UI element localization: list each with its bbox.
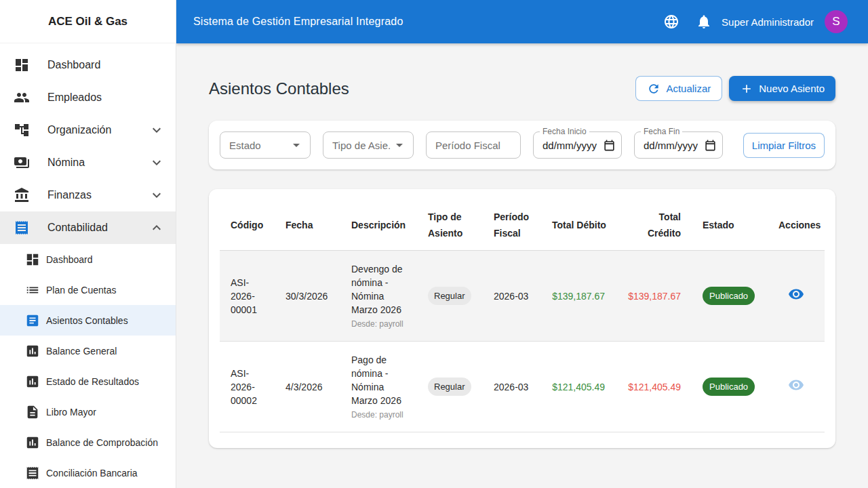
periodo-fiscal-input[interactable]: Período Fiscal [426,131,521,159]
dropdown-arrow-icon [288,137,304,153]
clear-filters-label: Limpiar Filtros [752,140,816,151]
view-entry-button[interactable] [788,286,804,302]
eye-icon [788,377,804,393]
sidebar-subitem-estado-de-resultados[interactable]: Estado de Resultados [0,366,176,396]
user-name: Super Administrador [722,16,814,28]
refresh-button[interactable]: Actualizar [635,76,722,101]
tipo-select-label: Tipo de Asie... [332,140,391,151]
cell-fecha: 4/3/2026 [275,342,340,432]
new-entry-button-label: Nuevo Asiento [759,83,825,94]
receipt-icon [14,220,30,236]
col-header-descripcion: Descripción [340,200,417,251]
fecha-inicio-value: dd/mm/yyyy [542,140,603,151]
table-row[interactable]: ASI-2026-00001 30/3/2026 Devengo de nómi… [220,251,825,342]
sidebar-subitem-balance-general[interactable]: Balance General [0,336,176,366]
cell-fecha: 30/3/2026 [275,251,340,342]
user-avatar[interactable]: S [825,10,848,33]
status-badge: Publicado [703,287,755,305]
descripcion-source: Desde: payroll [351,319,406,329]
bar-chart-icon [24,343,41,359]
sidebar-item-organizacion[interactable]: Organización [0,114,176,146]
cell-acciones [768,251,825,342]
main-content: Asientos Contables Actualizar Nuevo Asie… [176,43,868,488]
eye-icon [788,286,804,302]
descripcion-text: Devengo de nómina - Nómina Marzo 2026 [351,262,406,317]
cell-descripcion: Devengo de nómina - Nómina Marzo 2026 De… [340,251,417,342]
cell-tipo: Regular [417,251,483,342]
sidebar-subitem-conciliacion-bancaria[interactable]: Conciliación Bancaria [0,458,176,488]
sidebar-item-dashboard[interactable]: Dashboard [0,49,176,81]
col-header-tipo: Tipo de Asiento [417,200,483,251]
sidebar-subitem-plan-de-cuentas[interactable]: Plan de Cuentas [0,274,176,305]
calendar-icon[interactable] [603,139,616,152]
bar-chart-icon [24,373,41,390]
appbar-actions: Super Administrador S [663,10,848,33]
sidebar-subitem-dashboard[interactable]: Dashboard [0,244,176,274]
chevron-down-icon [149,122,165,138]
cell-total-debito: $139,187.67 [541,251,616,342]
chevron-down-icon [149,155,165,171]
language-globe-icon[interactable] [663,14,679,30]
estado-select-label: Estado [229,140,288,151]
fecha-fin-value: dd/mm/yyyy [644,140,704,151]
sidebar-subitem-balance-de-comprobacion[interactable]: Balance de Comprobación [0,427,176,458]
app-title: Sistema de Gestión Empresarial Integrado [193,16,663,28]
estado-select[interactable]: Estado [220,131,311,159]
cell-acciones [768,342,825,432]
sidebar-item-contabilidad[interactable]: Contabilidad [0,211,176,244]
sidebar-item-empleados[interactable]: Empleados [0,81,176,114]
cell-codigo: ASI-2026-00002 [220,342,275,432]
list-icon [24,282,41,298]
sidebar-nav: Dashboard Empleados Organización Nómina … [0,43,176,488]
refresh-icon [647,82,660,96]
sidebar-subitem-libro-mayor[interactable]: Libro Mayor [0,396,176,427]
brand-logo: ACE Oil & Gas [0,0,176,43]
view-entry-button[interactable] [788,377,804,393]
dropdown-arrow-icon [391,137,408,153]
dashboard-icon [14,57,30,73]
col-header-debito: Total Débito [541,200,616,251]
calendar-icon[interactable] [704,139,717,152]
tipo-chip: Regular [428,378,471,396]
chevron-down-icon [149,187,165,203]
sidebar-item-finanzas[interactable]: Finanzas [0,179,176,211]
payments-icon [14,155,30,171]
clear-filters-button[interactable]: Limpiar Filtros [743,133,825,158]
cell-periodo: 2026-03 [483,342,541,432]
page-actions: Actualizar Nuevo Asiento [635,76,835,101]
bar-chart-icon [24,434,41,451]
new-entry-button[interactable]: Nuevo Asiento [729,76,835,101]
table-row[interactable]: ASI-2026-00002 4/3/2026 Pago de nómina -… [220,342,825,432]
cell-total-debito: $121,405.49 [541,342,616,432]
col-header-credito: Total Crédito [616,200,692,251]
tipo-chip: Regular [428,287,471,305]
tipo-asiento-select[interactable]: Tipo de Asie... [323,131,414,159]
fecha-fin-input[interactable]: Fecha Fin dd/mm/yyyy [634,131,723,159]
cell-tipo: Regular [417,342,483,432]
col-header-codigo: Código [220,200,275,251]
cell-codigo: ASI-2026-00001 [220,251,275,342]
bank-icon [14,187,30,203]
cell-total-credito: $139,187.67 [616,251,692,342]
filters-card: Estado Tipo de Asie... Período Fiscal Fe… [209,121,835,169]
refresh-button-label: Actualizar [666,83,711,94]
sidebar-item-nomina[interactable]: Nómina [0,146,176,179]
fecha-fin-label: Fecha Fin [641,127,682,137]
sidebar-subitem-asientos-contables[interactable]: Asientos Contables [0,305,176,336]
col-header-periodo: Período Fiscal [483,200,541,251]
dashboard-icon [24,251,41,268]
status-badge: Publicado [703,378,755,396]
article-icon [24,312,41,329]
fecha-inicio-input[interactable]: Fecha Inicio dd/mm/yyyy [533,131,622,159]
org-tree-icon [14,122,30,138]
notifications-bell-icon[interactable] [696,14,712,30]
cell-total-credito: $121,405.49 [616,342,692,432]
page-header: Asientos Contables Actualizar Nuevo Asie… [209,76,835,101]
entries-table: Código Fecha Descripción Tipo de Asiento… [220,200,825,432]
receipt-icon [24,465,41,481]
col-header-estado: Estado [692,200,768,251]
fecha-inicio-label: Fecha Inicio [540,127,589,137]
periodo-placeholder: Período Fiscal [435,140,515,151]
col-header-acciones: Acciones [768,200,825,251]
page-title: Asientos Contables [209,79,349,98]
